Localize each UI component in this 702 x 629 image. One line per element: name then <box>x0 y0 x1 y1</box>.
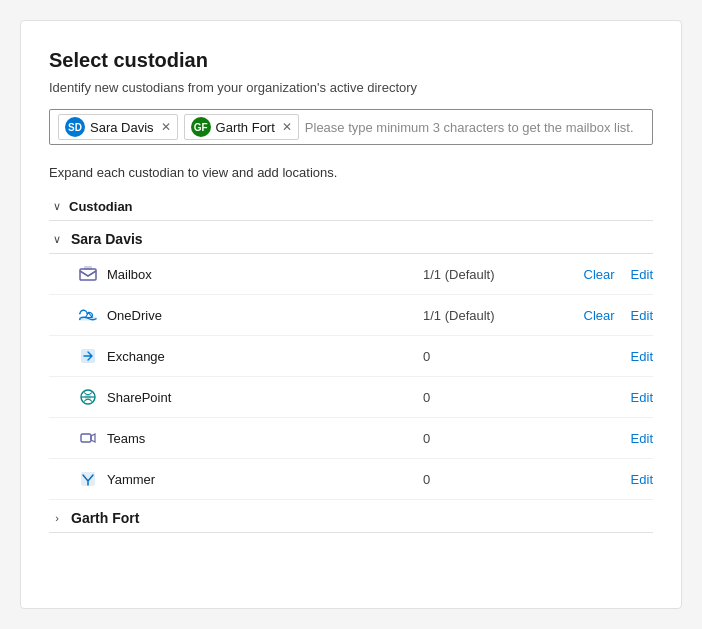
yammer-icon <box>77 468 99 490</box>
tag-sara-davis: SD Sara Davis ✕ <box>58 114 178 140</box>
onedrive-edit-button[interactable]: Edit <box>631 308 653 323</box>
header-chevron[interactable]: ∨ <box>49 198 65 214</box>
sharepoint-edit-button[interactable]: Edit <box>631 390 653 405</box>
row-sharepoint: SharePoint 0 Edit <box>49 377 653 418</box>
svg-rect-0 <box>80 269 96 280</box>
mailbox-label: Mailbox <box>107 267 423 282</box>
row-teams: Teams 0 Edit <box>49 418 653 459</box>
sharepoint-icon <box>77 386 99 408</box>
teams-icon <box>77 427 99 449</box>
onedrive-clear-button[interactable]: Clear <box>584 308 615 323</box>
section-garth-fort[interactable]: › Garth Fort <box>49 500 653 533</box>
panel-subtitle: Identify new custodians from your organi… <box>49 80 653 95</box>
exchange-value: 0 <box>423 349 553 364</box>
tag-avatar-sd: SD <box>65 117 85 137</box>
garth-fort-chevron[interactable]: › <box>49 510 65 526</box>
mailbox-value: 1/1 (Default) <box>423 267 553 282</box>
tag-label-garth-fort: Garth Fort <box>216 120 275 135</box>
select-custodian-panel: Select custodian Identify new custodians… <box>20 20 682 609</box>
sharepoint-actions: Edit <box>553 390 653 405</box>
exchange-icon <box>77 345 99 367</box>
table-header: ∨ Custodian <box>49 192 653 221</box>
exchange-actions: Edit <box>553 349 653 364</box>
tag-label-sara-davis: Sara Davis <box>90 120 154 135</box>
teams-label: Teams <box>107 431 423 446</box>
yammer-actions: Edit <box>553 472 653 487</box>
tag-close-sara-davis[interactable]: ✕ <box>161 120 171 134</box>
table-header-label: Custodian <box>69 199 133 214</box>
sharepoint-label: SharePoint <box>107 390 423 405</box>
teams-edit-button[interactable]: Edit <box>631 431 653 446</box>
tag-close-garth-fort[interactable]: ✕ <box>282 120 292 134</box>
yammer-label: Yammer <box>107 472 423 487</box>
onedrive-label: OneDrive <box>107 308 423 323</box>
mailbox-clear-button[interactable]: Clear <box>584 267 615 282</box>
section-sara-davis[interactable]: ∨ Sara Davis <box>49 221 653 254</box>
row-exchange: Exchange 0 Edit <box>49 336 653 377</box>
sara-davis-title: Sara Davis <box>71 231 143 247</box>
onedrive-value: 1/1 (Default) <box>423 308 553 323</box>
mailbox-actions: Clear Edit <box>553 267 653 282</box>
expand-note: Expand each custodian to view and add lo… <box>49 165 653 180</box>
row-mailbox: Mailbox 1/1 (Default) Clear Edit <box>49 254 653 295</box>
sara-davis-chevron[interactable]: ∨ <box>49 231 65 247</box>
tag-avatar-gf: GF <box>191 117 211 137</box>
onedrive-icon <box>77 304 99 326</box>
custodian-search-box[interactable]: SD Sara Davis ✕ GF Garth Fort ✕ Please t… <box>49 109 653 145</box>
teams-actions: Edit <box>553 431 653 446</box>
mailbox-edit-button[interactable]: Edit <box>631 267 653 282</box>
garth-fort-title: Garth Fort <box>71 510 139 526</box>
row-onedrive: OneDrive 1/1 (Default) Clear Edit <box>49 295 653 336</box>
sharepoint-value: 0 <box>423 390 553 405</box>
svg-rect-1 <box>84 266 92 270</box>
tag-garth-fort: GF Garth Fort ✕ <box>184 114 299 140</box>
row-yammer: Yammer 0 Edit <box>49 459 653 500</box>
exchange-edit-button[interactable]: Edit <box>631 349 653 364</box>
search-placeholder: Please type minimum 3 characters to get … <box>305 120 644 135</box>
mailbox-icon <box>77 263 99 285</box>
panel-title: Select custodian <box>49 49 653 72</box>
teams-value: 0 <box>423 431 553 446</box>
svg-rect-7 <box>81 434 91 442</box>
exchange-label: Exchange <box>107 349 423 364</box>
yammer-value: 0 <box>423 472 553 487</box>
yammer-edit-button[interactable]: Edit <box>631 472 653 487</box>
onedrive-actions: Clear Edit <box>553 308 653 323</box>
